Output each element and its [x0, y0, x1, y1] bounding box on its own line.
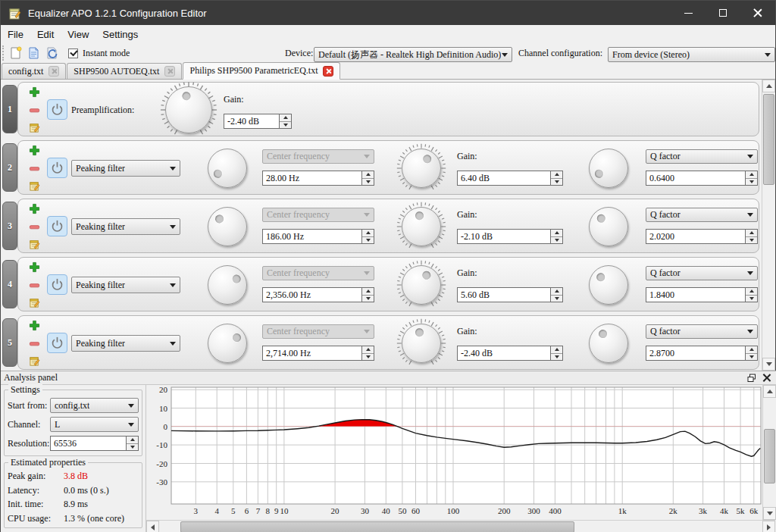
- spin-down-button[interactable]: [551, 296, 562, 302]
- q-input[interactable]: 2.8700: [646, 346, 758, 361]
- tab-philips-shp9500-parametriceq[interactable]: Philips SHP9500 ParametricEQ.txt: [183, 62, 340, 80]
- add-filter-button[interactable]: [28, 319, 41, 332]
- menu-settings[interactable]: Settings: [95, 27, 145, 42]
- minimize-button[interactable]: [671, 1, 706, 25]
- menu-edit[interactable]: Edit: [30, 27, 61, 42]
- q-input[interactable]: 1.8400: [646, 287, 758, 302]
- scroll-up-button[interactable]: [763, 385, 776, 398]
- gain-input[interactable]: -2.40 dB: [224, 114, 292, 129]
- remove-filter-button[interactable]: [28, 162, 41, 175]
- remove-filter-button[interactable]: [28, 221, 41, 233]
- spin-up-button[interactable]: [746, 171, 757, 179]
- spin-up-button[interactable]: [551, 230, 562, 237]
- q-param-select[interactable]: Q factor: [646, 324, 758, 339]
- tab-close-icon[interactable]: [164, 66, 175, 77]
- channel-config-select[interactable]: From device (Stereo): [608, 47, 775, 62]
- spin-down-button[interactable]: [746, 296, 757, 302]
- frequency-knob[interactable]: [208, 324, 247, 363]
- close-panel-icon[interactable]: [762, 374, 771, 382]
- q-param-select[interactable]: Q factor: [646, 208, 758, 222]
- remove-filter-button[interactable]: [28, 104, 41, 117]
- menu-view[interactable]: View: [61, 27, 95, 42]
- instant-mode-checkbox[interactable]: [68, 49, 78, 58]
- spin-down-button[interactable]: [362, 296, 374, 302]
- filter-type-select[interactable]: Peaking filter: [71, 160, 180, 177]
- add-filter-button[interactable]: [28, 202, 41, 215]
- add-filter-button[interactable]: [28, 86, 41, 99]
- scroll-up-button[interactable]: [762, 80, 775, 92]
- gain-input[interactable]: 6.40 dB: [457, 171, 563, 186]
- spin-down-button[interactable]: [127, 444, 138, 451]
- q-factor-knob[interactable]: [589, 207, 628, 246]
- q-input[interactable]: 0.6400: [646, 171, 758, 186]
- frequency-response-plot[interactable]: 34567891020304050601002003004001k2k3k4k5…: [146, 385, 762, 520]
- gain-input[interactable]: -2.10 dB: [457, 229, 563, 244]
- scrollbar-thumb[interactable]: [763, 94, 774, 185]
- q-factor-knob[interactable]: [589, 324, 628, 363]
- edit-filter-button[interactable]: [28, 355, 41, 368]
- open-file-button[interactable]: [26, 45, 42, 61]
- spin-up-button[interactable]: [362, 346, 374, 354]
- save-file-button[interactable]: [44, 45, 61, 61]
- spin-down-button[interactable]: [362, 179, 374, 186]
- power-toggle[interactable]: [47, 274, 67, 295]
- gain-input[interactable]: 5.60 dB: [457, 287, 563, 302]
- close-button[interactable]: [740, 1, 775, 25]
- toolbar-drag-handle[interactable]: [2, 45, 6, 61]
- filter-number-tab[interactable]: 5: [2, 318, 17, 367]
- frequency-knob[interactable]: [208, 207, 247, 246]
- filter-type-select[interactable]: Peaking filter: [71, 335, 180, 352]
- new-file-button[interactable]: [8, 45, 24, 61]
- q-factor-knob[interactable]: [589, 149, 628, 188]
- spin-up-button[interactable]: [362, 288, 374, 296]
- resolution-input[interactable]: 65536: [50, 436, 139, 451]
- add-filter-button[interactable]: [28, 144, 41, 157]
- instant-mode-toggle[interactable]: Instant mode: [68, 48, 130, 59]
- filter-number-tab[interactable]: 4: [2, 260, 17, 308]
- gain-knob[interactable]: [165, 86, 212, 133]
- frequency-input[interactable]: 2,356.00 Hz: [262, 287, 374, 302]
- power-toggle[interactable]: [47, 216, 67, 236]
- tab-close-icon[interactable]: [323, 66, 333, 77]
- spin-down-button[interactable]: [362, 237, 374, 244]
- q-param-select[interactable]: Q factor: [646, 266, 758, 280]
- rows-scrollbar[interactable]: [762, 80, 774, 371]
- spin-down-button[interactable]: [746, 354, 757, 361]
- frequency-input[interactable]: 28.00 Hz: [262, 171, 374, 186]
- scrollbar-thumb[interactable]: [764, 429, 775, 483]
- filter-type-select[interactable]: Peaking filter: [71, 277, 180, 293]
- frequency-input[interactable]: 2,714.00 Hz: [262, 346, 374, 361]
- tab-config-txt[interactable]: config.txt: [2, 63, 66, 79]
- spin-up-button[interactable]: [746, 230, 757, 237]
- power-toggle[interactable]: [47, 333, 67, 353]
- channel-select[interactable]: L: [50, 417, 139, 432]
- gain-knob[interactable]: [402, 265, 441, 305]
- spin-up-button[interactable]: [362, 230, 374, 237]
- spin-down-button[interactable]: [280, 122, 291, 129]
- spin-down-button[interactable]: [551, 354, 562, 361]
- edit-filter-button[interactable]: [28, 180, 41, 192]
- maximize-button[interactable]: [706, 1, 740, 25]
- q-param-select[interactable]: Q factor: [646, 149, 758, 164]
- gain-knob[interactable]: [402, 324, 441, 363]
- start-from-select[interactable]: config.txt: [50, 398, 139, 413]
- tab-shp9500-autoeq[interactable]: SHP9500 AUTOEQ.txt: [67, 63, 182, 79]
- spin-up-button[interactable]: [127, 437, 138, 444]
- tab-close-icon[interactable]: [48, 66, 59, 77]
- spin-down-button[interactable]: [746, 179, 757, 186]
- edit-filter-button[interactable]: [28, 296, 41, 309]
- scroll-down-button[interactable]: [763, 507, 776, 520]
- scroll-right-button[interactable]: [762, 521, 775, 532]
- spin-up-button[interactable]: [746, 288, 757, 296]
- gain-input[interactable]: -2.40 dB: [457, 346, 563, 361]
- spin-up-button[interactable]: [551, 171, 562, 179]
- spin-up-button[interactable]: [362, 171, 374, 179]
- remove-filter-button[interactable]: [28, 279, 41, 292]
- menu-file[interactable]: File: [1, 27, 30, 42]
- spin-down-button[interactable]: [551, 179, 562, 186]
- q-factor-knob[interactable]: [589, 265, 628, 305]
- power-toggle[interactable]: [47, 99, 67, 120]
- filter-number-tab[interactable]: 2: [2, 143, 17, 192]
- spin-up-button[interactable]: [746, 346, 757, 354]
- power-toggle[interactable]: [47, 158, 67, 178]
